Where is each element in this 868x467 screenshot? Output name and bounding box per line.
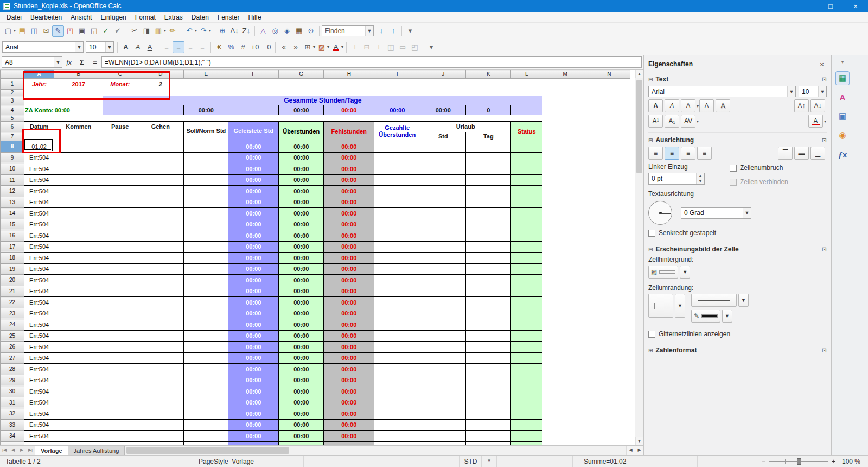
- cell-pause-9[interactable]: [103, 152, 137, 163]
- selection-fill-handle[interactable]: [51, 149, 54, 152]
- cell-gezahlte-35[interactable]: [374, 441, 420, 445]
- toolbar1-options-icon[interactable]: ▾: [404, 25, 416, 37]
- column-header-L[interactable]: L: [511, 70, 542, 79]
- cell-fehlstunden-20[interactable]: 00:00: [324, 275, 374, 286]
- add-decimal-place-icon[interactable]: +0: [249, 41, 261, 53]
- sort-ascending-icon[interactable]: A↓: [228, 25, 240, 37]
- sidebar-italic-icon[interactable]: A: [665, 99, 679, 112]
- cell-n-35[interactable]: [588, 441, 630, 445]
- cell-geleistete-13[interactable]: 00:00: [228, 197, 279, 208]
- cell-pause-25[interactable]: [103, 330, 137, 342]
- cell-datum-10[interactable]: Err:504: [24, 163, 54, 175]
- row-header-14[interactable]: 14: [1, 208, 24, 219]
- cell-soll-12[interactable]: [184, 186, 228, 197]
- cell-urlaub-tag-15[interactable]: [466, 219, 511, 230]
- text-rotation-select[interactable]: 0 Grad ▼: [681, 207, 751, 219]
- cell-urlaub-std-29[interactable]: [420, 375, 466, 386]
- gallery-icon[interactable]: ▦: [293, 25, 305, 37]
- cell-pause-22[interactable]: [103, 297, 137, 308]
- cell-status-23[interactable]: [511, 308, 542, 319]
- cell-soll-13[interactable]: [184, 197, 228, 208]
- cell-kommen-34[interactable]: [54, 431, 103, 442]
- header-gezahlte-ueberstunden[interactable]: Gezahlte Überstunden: [374, 122, 420, 141]
- sidebar-align-left-icon[interactable]: ≡: [648, 147, 663, 160]
- cell-soll-33[interactable]: [184, 419, 228, 431]
- background-color-icon[interactable]: ▨: [316, 41, 328, 53]
- cell-status-33[interactable]: [511, 419, 542, 431]
- undo-icon[interactable]: ↶: [183, 25, 195, 37]
- cell-geleistete-23[interactable]: 00:00: [228, 308, 279, 319]
- sidebar-align-center-icon[interactable]: ≡: [665, 147, 679, 160]
- cell-total-urlaub-std[interactable]: 00:00: [420, 105, 466, 115]
- cell-empty[interactable]: [24, 90, 630, 96]
- cell-gezahlte-32[interactable]: [374, 408, 420, 420]
- cell-status-27[interactable]: [511, 352, 542, 364]
- cell-fehlstunden-26[interactable]: 00:00: [324, 342, 374, 353]
- cell-geleistete-33[interactable]: 00:00: [228, 419, 279, 431]
- selection-mode[interactable]: STD: [460, 456, 482, 467]
- cell-geleistete-28[interactable]: 00:00: [228, 364, 279, 375]
- row-header-7[interactable]: 7: [1, 132, 24, 141]
- cell-urlaub-tag-27[interactable]: [466, 352, 511, 364]
- cell-fehlstunden-9[interactable]: 00:00: [324, 152, 374, 163]
- cell-ueberstunden-10[interactable]: 00:00: [279, 163, 324, 175]
- row-header-6[interactable]: 6: [1, 122, 24, 132]
- page-preview-icon[interactable]: ◱: [88, 25, 100, 37]
- cell-urlaub-tag-35[interactable]: [466, 441, 511, 445]
- cell-kommen-15[interactable]: [54, 219, 103, 230]
- row-header-21[interactable]: 21: [1, 286, 24, 297]
- cell-n-29[interactable]: [588, 375, 630, 386]
- cell-urlaub-tag-23[interactable]: [466, 308, 511, 319]
- font-size-dropdown-icon[interactable]: ▼: [105, 42, 113, 52]
- cell-m-26[interactable]: [542, 342, 588, 353]
- cell-geleistete-11[interactable]: 00:00: [228, 174, 279, 186]
- cell-urlaub-tag-24[interactable]: [466, 319, 511, 331]
- cell-soll-22[interactable]: [184, 297, 228, 308]
- cell-pause-19[interactable]: [103, 263, 137, 275]
- find-previous-icon[interactable]: ↑: [387, 25, 399, 37]
- cell-m-17[interactable]: [542, 241, 588, 253]
- cell-pause-35[interactable]: [103, 441, 137, 445]
- cell-ueberstunden-15[interactable]: 00:00: [279, 219, 324, 230]
- cell-n-30[interactable]: [588, 386, 630, 397]
- character-spacing-icon[interactable]: AV: [681, 115, 695, 128]
- horizontal-scrollbar[interactable]: [125, 446, 626, 455]
- close-button[interactable]: ×: [843, 0, 868, 12]
- cell-gezahlte-23[interactable]: [374, 308, 420, 319]
- cell-gezahlte-18[interactable]: [374, 253, 420, 264]
- cell-kommen-29[interactable]: [54, 375, 103, 386]
- cell-gezahlte-27[interactable]: [374, 352, 420, 364]
- cell-empty[interactable]: [542, 132, 630, 141]
- cell-fehlstunden-12[interactable]: 00:00: [324, 186, 374, 197]
- cell-geleistete-18[interactable]: 00:00: [228, 253, 279, 264]
- row-header-8[interactable]: 8: [1, 141, 24, 153]
- row-header-25[interactable]: 25: [1, 330, 24, 342]
- font-color-icon[interactable]: A: [330, 41, 342, 53]
- row-header-26[interactable]: 26: [1, 342, 24, 353]
- cell-pause-18[interactable]: [103, 253, 137, 264]
- cell-gezahlte-33[interactable]: [374, 419, 420, 431]
- cell-geleistete-29[interactable]: 00:00: [228, 375, 279, 386]
- cell-n-26[interactable]: [588, 342, 630, 353]
- sidebar-underline-icon[interactable]: A: [681, 99, 695, 112]
- cell-gehen-21[interactable]: [137, 286, 184, 297]
- cell-geleistete-35[interactable]: 00:00: [228, 441, 279, 445]
- cell-fehlstunden-13[interactable]: 00:00: [324, 197, 374, 208]
- borders-dropdown-icon[interactable]: ▾: [313, 45, 315, 49]
- cell-monat-value[interactable]: 2: [137, 79, 184, 90]
- italic-icon[interactable]: A: [132, 41, 144, 53]
- cell-n-27[interactable]: [588, 352, 630, 364]
- cell-kommen-33[interactable]: [54, 419, 103, 431]
- row-header-27[interactable]: 27: [1, 352, 24, 364]
- functions-deck-icon[interactable]: ƒx: [835, 147, 850, 161]
- minimize-button[interactable]: —: [793, 0, 818, 12]
- row-header-23[interactable]: 23: [1, 308, 24, 319]
- line-color-button[interactable]: ✎: [691, 310, 720, 323]
- name-box[interactable]: A8 ▼: [2, 56, 62, 68]
- cell-n-11[interactable]: [588, 174, 630, 186]
- cell-jahr-label[interactable]: Jahr:: [24, 79, 54, 90]
- column-header-M[interactable]: M: [542, 70, 588, 79]
- cell-status-14[interactable]: [511, 208, 542, 219]
- cell-total-c[interactable]: [103, 105, 137, 115]
- cell-soll-30[interactable]: [184, 386, 228, 397]
